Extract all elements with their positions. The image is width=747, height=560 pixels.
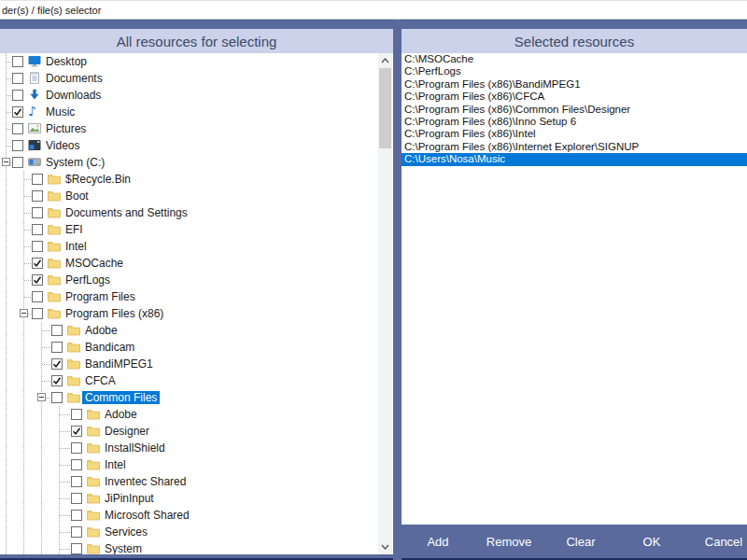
- tree-item-program-files-x86[interactable]: Program Files (x86): [0, 305, 378, 322]
- tree-item-label[interactable]: System (C:): [46, 156, 105, 169]
- checkbox-bandimpeg1[interactable]: [51, 358, 63, 370]
- tree-item-bandicam[interactable]: Bandicam: [0, 339, 378, 356]
- checkbox-perflogs[interactable]: [32, 274, 43, 286]
- tree-item-boot[interactable]: Boot: [0, 188, 378, 204]
- tree-item-desktop[interactable]: Desktop: [0, 53, 378, 70]
- tree-item-label[interactable]: Adobe: [85, 324, 118, 337]
- scrollbar-thumb[interactable]: [379, 68, 391, 148]
- tree-item-msocache[interactable]: MSOCache: [0, 255, 378, 272]
- checkbox-microsoft-shared[interactable]: [71, 510, 82, 521]
- tree-item-inventec-shared[interactable]: Inventec Shared: [0, 473, 378, 490]
- tree-item-label[interactable]: BandiMPEG1: [85, 357, 153, 371]
- selected-resource-row[interactable]: C:\PerfLogs: [402, 65, 747, 77]
- checkbox-efi[interactable]: [32, 224, 43, 235]
- selected-resource-row[interactable]: C:\Program Files (x86)\Internet Explorer…: [402, 141, 747, 153]
- tree-item-pictures[interactable]: Pictures: [0, 120, 378, 137]
- tree-item-label[interactable]: Music: [46, 105, 75, 119]
- tree-item-adobe[interactable]: Adobe: [0, 322, 378, 339]
- checkbox-installshield[interactable]: [71, 442, 82, 454]
- tree-item-documents-and-settings[interactable]: Documents and Settings: [0, 204, 378, 221]
- checkbox-system[interactable]: [71, 543, 82, 554]
- tree-item-label[interactable]: JiPinInput: [105, 492, 154, 505]
- tree-item-label[interactable]: Pictures: [46, 122, 86, 135]
- tree-item-bandimpeg1[interactable]: BandiMPEG1: [0, 356, 378, 372]
- cancel-button[interactable]: Cancel: [698, 530, 747, 552]
- checkbox-common-files[interactable]: [51, 392, 63, 403]
- selected-resource-row[interactable]: C:\Program Files (x86)\BandiMPEG1: [402, 78, 747, 91]
- checkbox-intel[interactable]: [32, 241, 43, 252]
- tree-item-label[interactable]: Downloads: [46, 89, 101, 102]
- ok-button[interactable]: OK: [636, 530, 669, 552]
- tree-item-label[interactable]: Intel: [65, 240, 87, 253]
- tree-item-system-c[interactable]: System (C:): [0, 154, 378, 171]
- selected-resource-row[interactable]: C:\Program Files (x86)\Common Files\Desi…: [402, 104, 747, 116]
- tree-item-label[interactable]: $Recycle.Bin: [65, 173, 131, 186]
- tree-item-label[interactable]: PerfLogs: [65, 273, 110, 287]
- tree-item-label[interactable]: Program Files: [65, 290, 135, 303]
- tree-item-label[interactable]: Program Files (x86): [65, 307, 163, 320]
- checkbox-videos[interactable]: [12, 140, 23, 151]
- tree-item-label[interactable]: Microsoft Shared: [105, 509, 190, 522]
- tree-item-cfca[interactable]: CFCA: [0, 372, 378, 389]
- tree-item-label[interactable]: Common Files: [82, 391, 160, 404]
- tree-scrollbar[interactable]: [378, 53, 392, 554]
- checkbox-music[interactable]: [12, 106, 23, 118]
- tree-item-label[interactable]: CFCA: [85, 374, 116, 387]
- checkbox-program-files-x86[interactable]: [32, 308, 43, 319]
- tree-item-label[interactable]: System: [105, 542, 142, 554]
- checkbox-documents-and-settings[interactable]: [32, 207, 43, 218]
- tree-item-label[interactable]: Bandicam: [85, 341, 134, 354]
- tree-item-documents[interactable]: Documents: [0, 70, 378, 87]
- clear-button[interactable]: Clear: [558, 530, 602, 552]
- tree-item-perflogs[interactable]: PerfLogs: [0, 272, 378, 288]
- tree-item-label[interactable]: EFI: [65, 223, 83, 236]
- tree-item-label[interactable]: Videos: [46, 139, 79, 152]
- checkbox-adobe[interactable]: [51, 325, 63, 336]
- tree-item-efi[interactable]: EFI: [0, 221, 378, 238]
- checkbox-downloads[interactable]: [12, 90, 23, 101]
- selected-resource-row[interactable]: C:\Program Files (x86)\Intel: [402, 128, 747, 140]
- tree-item-jipininput[interactable]: JiPinInput: [0, 490, 378, 507]
- tree-item-label[interactable]: Documents: [46, 72, 103, 85]
- collapse-minus-icon[interactable]: [20, 309, 28, 317]
- tree-item-label[interactable]: Inventec Shared: [105, 475, 186, 488]
- checkbox-jipininput[interactable]: [71, 493, 82, 504]
- collapse-minus-icon[interactable]: [37, 393, 46, 401]
- tree-item-designer[interactable]: Designer: [0, 423, 378, 440]
- collapse-minus-icon[interactable]: [2, 158, 10, 166]
- tree-item-videos[interactable]: Videos: [0, 137, 378, 154]
- tree-item-system[interactable]: System: [0, 540, 378, 554]
- tree-item-label[interactable]: MSOCache: [65, 257, 123, 270]
- tree-item-label[interactable]: Services: [105, 525, 148, 539]
- checkbox-cfca[interactable]: [51, 375, 63, 386]
- checkbox-bandicam[interactable]: [51, 342, 63, 353]
- tree-item-program-files[interactable]: Program Files: [0, 288, 378, 305]
- tree-item-adobe[interactable]: Adobe: [0, 406, 378, 423]
- tree-item-label[interactable]: Documents and Settings: [65, 206, 188, 219]
- tree-item-installshield[interactable]: InstallShield: [0, 440, 378, 456]
- tree-item-label[interactable]: Boot: [65, 189, 89, 203]
- remove-button[interactable]: Remove: [479, 530, 539, 552]
- tree-item-intel[interactable]: Intel: [0, 238, 378, 255]
- checkbox-inventec-shared[interactable]: [71, 476, 82, 487]
- checkbox-system-c[interactable]: [12, 157, 23, 168]
- tree-item-label[interactable]: Designer: [105, 425, 149, 438]
- scrollbar-down-icon[interactable]: [378, 540, 392, 553]
- tree-item-label[interactable]: Intel: [105, 458, 126, 471]
- tree-item-label[interactable]: InstallShield: [105, 441, 165, 455]
- tree-item-services[interactable]: Services: [0, 524, 378, 540]
- checkbox-boot[interactable]: [32, 190, 43, 202]
- tree-item-label[interactable]: Adobe: [105, 408, 137, 421]
- selected-resource-row[interactable]: C:\Program Files (x86)\CFCA: [402, 91, 747, 103]
- checkbox-designer[interactable]: [71, 426, 82, 437]
- checkbox-desktop[interactable]: [12, 56, 23, 67]
- selected-resource-row[interactable]: C:\Program Files (x86)\Inno Setup 6: [402, 116, 747, 128]
- selected-resource-row[interactable]: C:\Users\Nosa\Music: [402, 153, 747, 165]
- scrollbar-up-icon[interactable]: [378, 54, 392, 67]
- tree-item-recycle-bin[interactable]: $Recycle.Bin: [0, 171, 378, 188]
- checkbox-recycle-bin[interactable]: [32, 174, 43, 185]
- tree-item-label[interactable]: Desktop: [46, 55, 87, 68]
- checkbox-services[interactable]: [71, 526, 82, 538]
- checkbox-pictures[interactable]: [12, 123, 23, 134]
- tree-item-microsoft-shared[interactable]: Microsoft Shared: [0, 507, 378, 524]
